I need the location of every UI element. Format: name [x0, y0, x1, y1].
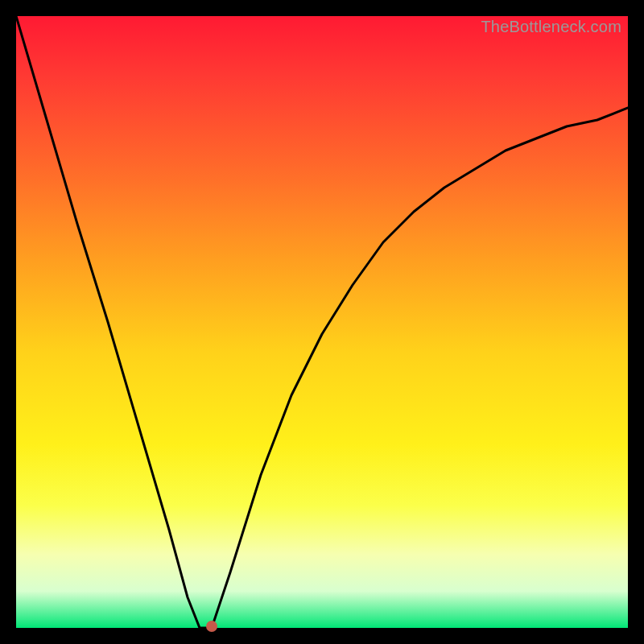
watermark-text: TheBottleneck.com — [481, 18, 621, 36]
curve-path — [16, 16, 628, 628]
bottleneck-curve — [16, 16, 628, 628]
optimal-point-marker — [206, 621, 217, 632]
plot-area: TheBottleneck.com — [16, 16, 628, 628]
